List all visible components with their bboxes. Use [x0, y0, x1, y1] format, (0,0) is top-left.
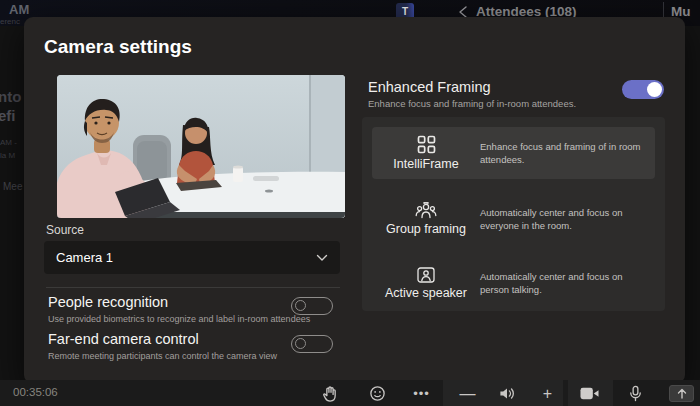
far-end-camera-control-toggle[interactable]: [291, 335, 333, 353]
bg-fragment-1: nto: [0, 88, 21, 105]
dialog-title: Camera settings: [44, 36, 192, 58]
microphone-icon[interactable]: [626, 384, 645, 403]
volume-down-button[interactable]: —: [458, 384, 477, 403]
far-end-camera-control-description: Remote meeting participants can control …: [48, 351, 277, 361]
people-recognition-toggle[interactable]: [291, 297, 333, 315]
far-end-camera-control-label: Far-end camera control: [48, 331, 199, 347]
toggle-knob: [295, 338, 306, 349]
raise-hand-icon[interactable]: [320, 384, 339, 403]
camera-preview-image: [57, 75, 345, 218]
option-intelliframe-label: IntelliFrame: [393, 157, 458, 171]
share-button[interactable]: [669, 385, 694, 402]
camera-settings-dialog: Camera settings: [24, 17, 685, 384]
camera-toggle-icon[interactable]: [580, 384, 599, 403]
bg-fragment-3: AM -: [0, 138, 17, 147]
bg-fragment-4: la M: [0, 151, 15, 160]
enhanced-framing-label: Enhanced Framing: [368, 79, 491, 95]
enhanced-framing-toggle[interactable]: [622, 80, 664, 99]
camera-preview: [57, 75, 345, 218]
source-dropdown[interactable]: Camera 1: [44, 241, 340, 274]
grid-icon: [417, 135, 436, 154]
option-active-speaker-label: Active speaker: [385, 286, 467, 300]
bottom-bar: 00:35:06 ••• — +: [0, 380, 700, 406]
group-icon: [415, 202, 437, 219]
source-label: Source: [46, 223, 84, 237]
volume-up-button[interactable]: +: [538, 384, 557, 403]
bg-fragment-2: efi: [0, 107, 16, 124]
option-intelliframe-description: Enhance focus and framing of in room att…: [480, 140, 655, 167]
more-options-icon[interactable]: •••: [412, 384, 431, 403]
reactions-icon[interactable]: [368, 384, 387, 403]
meeting-screen: AM erenc T Attendees (108) Mu nto efi AM…: [0, 0, 700, 406]
speaker-icon[interactable]: [497, 384, 516, 403]
toggle-knob: [647, 82, 662, 97]
person-frame-icon: [417, 267, 435, 283]
option-group-framing-description: Automatically center and focus on everyo…: [480, 206, 655, 233]
option-active-speaker-left: Active speaker: [372, 267, 480, 300]
framing-options-panel: IntelliFrame Enhance focus and framing o…: [362, 117, 665, 311]
option-group-framing[interactable]: Group framing Automatically center and f…: [372, 191, 655, 247]
option-active-speaker-description: Automatically center and focus on person…: [480, 270, 655, 297]
source-selected-value: Camera 1: [56, 250, 113, 265]
option-group-framing-label: Group framing: [386, 222, 466, 236]
option-intelliframe-left: IntelliFrame: [372, 135, 480, 171]
share-up-arrow-icon: [677, 388, 687, 399]
option-group-framing-left: Group framing: [372, 202, 480, 236]
people-recognition-label: People recognition: [48, 294, 168, 310]
bg-fragment-5: Mee: [3, 181, 22, 192]
people-recognition-description: Use provided biometrics to recognize and…: [48, 314, 310, 324]
topbar-time-fragment: AM: [9, 2, 29, 17]
topbar-conference-fragment: erenc: [0, 17, 20, 26]
option-intelliframe[interactable]: IntelliFrame Enhance focus and framing o…: [372, 127, 655, 179]
call-timer: 00:35:06: [13, 386, 58, 398]
chevron-down-icon: [316, 254, 328, 262]
toggle-knob: [295, 300, 306, 311]
option-active-speaker[interactable]: Active speaker Automatically center and …: [372, 255, 655, 311]
enhanced-framing-description: Enhance focus and framing of in-room att…: [368, 98, 576, 109]
divider: [46, 287, 340, 288]
